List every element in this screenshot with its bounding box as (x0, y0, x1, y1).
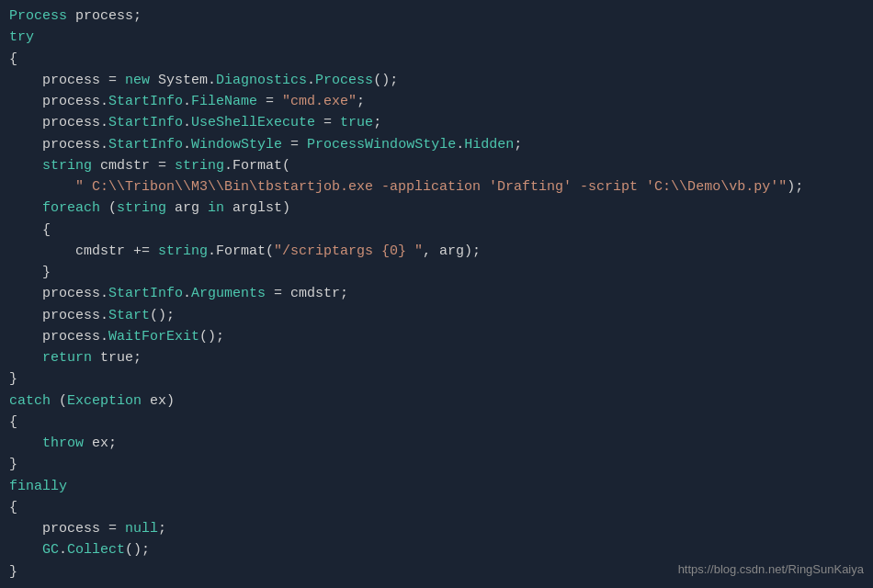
code-line-26: GC.Collect(); (9, 539, 864, 560)
code-line-25: process = null; (9, 518, 864, 539)
code-line-9: " C:\\Tribon\\M3\\Bin\tbstartjob.exe -ap… (9, 176, 864, 198)
code-line-3: { (9, 49, 864, 70)
code-line-22: } (9, 454, 864, 475)
code-line-7: process.StartInfo.WindowStyle = ProcessW… (9, 134, 864, 155)
code-line-18: } (9, 368, 864, 390)
code-line-13: } (9, 262, 864, 283)
code-line-16: process.WaitForExit(); (9, 326, 864, 347)
code-line-6: process.StartInfo.UseShellExecute = true… (9, 112, 864, 133)
code-line-11: { (9, 220, 864, 241)
code-line-12: cmdstr += string.Format("/scriptargs {0}… (9, 241, 864, 262)
code-line-23: finally (9, 476, 864, 497)
code-line-24: { (9, 497, 864, 518)
code-line-15: process.Start(); (9, 305, 864, 326)
code-line-2: try (9, 27, 864, 48)
code-line-20: { (9, 412, 864, 433)
code-line-17: return true; (9, 347, 864, 368)
code-line-1: Process process; (9, 6, 864, 27)
watermark-text: https://blog.csdn.net/RingSunKaiya (678, 560, 864, 579)
code-line-19: catch (Exception ex) (9, 390, 864, 412)
code-line-8: string cmdstr = string.Format( (9, 155, 864, 176)
code-line-5: process.StartInfo.FileName = "cmd.exe"; (9, 91, 864, 112)
code-line-4: process = new System.Diagnostics.Process… (9, 70, 864, 91)
code-line-10: foreach (string arg in arglst) (9, 198, 864, 219)
code-line-21: throw ex; (9, 433, 864, 454)
code-editor: Process process; try { process = new Sys… (0, 0, 873, 588)
code-line-14: process.StartInfo.Arguments = cmdstr; (9, 283, 864, 304)
